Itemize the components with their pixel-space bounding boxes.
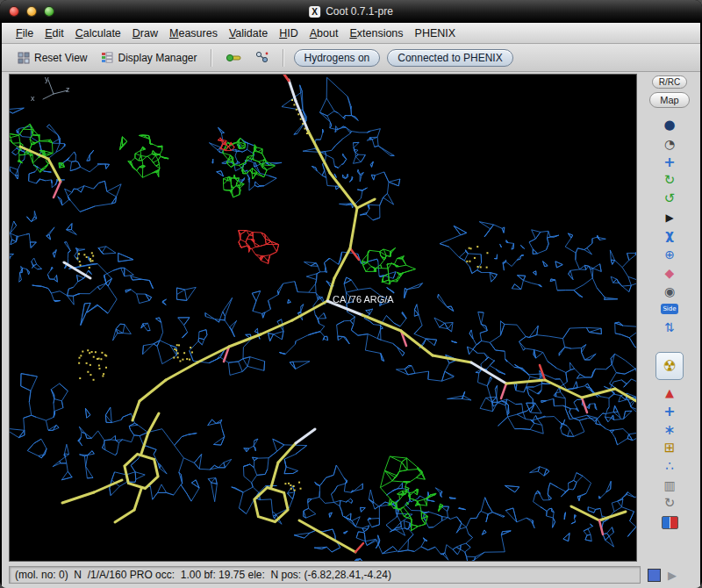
menu-validate[interactable]: Validate (229, 27, 268, 39)
title-bar: X Coot 0.7.1-pre (0, 0, 702, 23)
clock-icon[interactable]: ◔ (658, 134, 681, 153)
axis-x-label: x (31, 94, 35, 103)
menu-extensions[interactable]: Extensions (349, 27, 403, 39)
right-toolbar: R/RC Map ● ◔ + ↻ ↺ ▶ χ ⊕ ◆ ◉ Side ⇅ ☢ (639, 72, 700, 563)
goto-atom-icon (255, 51, 269, 64)
menu-edit[interactable]: Edit (45, 27, 64, 39)
hazard-icon[interactable]: ▲ (658, 384, 681, 402)
axis-z-label: z (66, 85, 70, 94)
3d-view-canvas[interactable] (10, 75, 636, 561)
translate-icon[interactable]: + (658, 153, 681, 171)
toolbar-separator (283, 49, 284, 67)
flag-icon[interactable] (662, 516, 678, 529)
window-body: CA /76 ARG/A z y x R/RC Map ● ◔ + ↻ ↺ ▶ … (2, 72, 700, 563)
tool-bar: Reset View Display Manager (2, 44, 700, 72)
toggle-key-button[interactable] (222, 50, 245, 66)
axis-y-label: y (45, 75, 49, 83)
chi-angles-icon[interactable]: χ (658, 226, 681, 245)
atom-pair-icon[interactable]: ⊕ (658, 245, 681, 263)
close-button[interactable] (9, 6, 19, 17)
play-icon[interactable]: ▶ (658, 208, 681, 226)
x11-icon: X (309, 6, 320, 18)
status-play-icon[interactable]: ▶ (668, 569, 684, 582)
reset-view-button[interactable]: Reset View (14, 50, 90, 66)
display-manager-icon (101, 52, 113, 63)
menu-draw[interactable]: Draw (133, 27, 158, 39)
hydrogens-toggle-button[interactable]: Hydrogens on (294, 49, 381, 67)
menu-bar: File Edit Calculate Draw Measures Valida… (2, 23, 700, 44)
sphere-icon[interactable]: ● (658, 116, 681, 134)
reset-view-label: Reset View (34, 52, 87, 64)
main-column: CA /76 ARG/A z y x (2, 72, 639, 563)
minimize-button[interactable] (26, 6, 37, 17)
rotate-cw-icon[interactable]: ↻ (658, 171, 681, 190)
water-dots-icon[interactable]: ∴ (658, 457, 681, 476)
atom-label: CA /76 ARG/A (333, 294, 394, 305)
rrc-button[interactable]: R/RC (652, 75, 687, 89)
status-scroll-chip[interactable] (648, 569, 661, 582)
app-area: File Edit Calculate Draw Measures Valida… (2, 23, 700, 588)
menu-about[interactable]: About (310, 27, 339, 39)
cross-tool-icon[interactable]: + (658, 402, 681, 420)
status-bar: (mol. no: 0) N /1/A/160 PRO occ: 1.00 bf… (2, 563, 700, 588)
icon-stack: ● ◔ + ↻ ↺ ▶ χ ⊕ ◆ ◉ Side ⇅ ☢ ▲ + (655, 116, 684, 529)
map-button[interactable]: Map (649, 92, 689, 108)
star-tool-icon[interactable]: ∗ (658, 420, 681, 439)
radiation-icon: ☢ (663, 359, 676, 374)
window-title: Coot 0.7.1-pre (326, 5, 393, 18)
status-text: (mol. no: 0) N /1/A/160 PRO occ: 1.00 bf… (9, 566, 641, 584)
zoom-button[interactable] (44, 6, 54, 17)
menu-measures[interactable]: Measures (169, 27, 218, 39)
toolbar-separator (211, 49, 212, 67)
menu-hid[interactable]: HID (279, 27, 298, 39)
menu-calculate[interactable]: Calculate (75, 27, 121, 39)
reset-view-icon (18, 52, 30, 64)
window-title-group: X Coot 0.7.1-pre (309, 0, 393, 23)
display-manager-button[interactable]: Display Manager (97, 50, 200, 66)
phenix-status-button[interactable]: Connected to PHENIX (387, 49, 512, 67)
side-chain-icon[interactable]: Side (661, 304, 678, 314)
rotate-ccw-icon[interactable]: ↺ (658, 190, 681, 208)
flip-icon[interactable]: ⇅ (658, 318, 681, 336)
trash-icon[interactable]: ▥ (658, 476, 681, 494)
coot-window: X Coot 0.7.1-pre File Edit Calculate Dra… (0, 0, 702, 588)
refresh-icon[interactable]: ↻ (658, 494, 681, 513)
display-manager-label: Display Manager (118, 52, 197, 64)
goto-atom-button[interactable] (252, 49, 273, 66)
key-icon (226, 52, 241, 64)
window-controls (0, 6, 54, 17)
active-tool-button[interactable]: ☢ (655, 352, 684, 380)
menu-file[interactable]: File (16, 27, 33, 39)
add-atom-icon[interactable]: ⊞ (658, 439, 681, 457)
rama-icon[interactable]: ◆ (658, 263, 681, 282)
gl-viewport: CA /76 ARG/A z y x (9, 74, 637, 562)
menu-phenix[interactable]: PHENIX (415, 27, 456, 39)
eye-icon[interactable]: ◉ (658, 282, 681, 300)
